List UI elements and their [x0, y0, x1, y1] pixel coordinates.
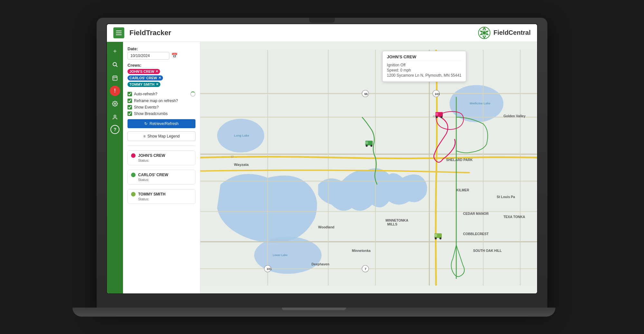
tooltip-line1: Ignition Off	[387, 63, 461, 67]
show-events-label: Show Events?	[134, 105, 159, 110]
crew-card-johns: JOHN'S CREW Status:	[128, 150, 195, 165]
svg-text:MINNETONKA: MINNETONKA	[385, 218, 408, 222]
crew-tag-tommy-remove[interactable]: ✕	[156, 82, 158, 86]
svg-text:TEXA TONKA: TEXA TONKA	[503, 215, 525, 219]
svg-point-9	[114, 103, 116, 104]
legend-icon: ≡	[143, 134, 146, 138]
crew-tag-johns-label: JOHN'S CREW	[129, 70, 154, 73]
crew-tag-tommy-label: TOMMY SMITH	[129, 82, 155, 86]
svg-point-53	[366, 145, 368, 147]
plus-icon-btn[interactable]: ＋	[109, 45, 121, 57]
app-title: FieldTracker	[129, 29, 171, 37]
svg-text:KILMER: KILMER	[456, 188, 469, 192]
svg-rect-52	[365, 141, 368, 144]
date-input[interactable]	[128, 52, 169, 60]
fieldcentral-logo: FieldCentral	[478, 26, 531, 39]
settings-icon-btn[interactable]	[109, 98, 121, 110]
svg-point-10	[114, 115, 116, 117]
svg-text:Minnetonka: Minnetonka	[352, 249, 371, 252]
auto-refresh-label: Auto-refresh?	[134, 92, 157, 96]
show-breadcrumbs-checkbox[interactable]	[128, 111, 132, 116]
svg-text:101: 101	[267, 267, 272, 271]
tooltip-line3: 1200 Sycamore Ln N, Plymouth, MN 55441	[387, 73, 461, 78]
fc-logo-text: FieldCentral	[493, 29, 531, 36]
fc-logo-icon	[478, 26, 491, 39]
crew-card-tommy-status: Status:	[138, 197, 192, 201]
svg-point-2	[113, 62, 117, 66]
crew-dot-johns	[131, 153, 136, 158]
divider	[128, 146, 195, 146]
control-panel: Date: 📅 Crews: JOHN'S CREW	[123, 42, 200, 293]
calendar-icon-btn[interactable]	[109, 72, 121, 84]
crews-tags: JOHN'S CREW ✕ CARLOS' CREW ✕ TOMMY SMITH…	[128, 69, 195, 87]
map-area[interactable]: Long Lake Medicine Lake	[200, 42, 537, 293]
menu-button[interactable]	[113, 27, 124, 38]
svg-text:7: 7	[365, 267, 366, 271]
sidebar-icons: ＋ ! ?	[107, 42, 123, 293]
crew-card-carlos-name: CARLOS' CREW	[138, 173, 168, 177]
show-map-legend-button[interactable]: ≡ Show Map Legend	[128, 131, 195, 141]
svg-rect-4	[113, 76, 117, 81]
calendar-picker-btn[interactable]: 📅	[171, 52, 178, 59]
svg-text:SOUTH OAK HILL: SOUTH OAK HILL	[473, 249, 502, 252]
svg-text:COBBLECREST: COBBLECREST	[463, 232, 489, 235]
svg-point-57	[435, 237, 437, 239]
retrieve-refresh-label: Retrieve/Refresh	[149, 121, 178, 126]
date-label: Date:	[128, 46, 195, 51]
svg-rect-48	[435, 113, 438, 115]
auto-refresh-checkbox[interactable]	[128, 92, 132, 96]
svg-text:Woodland: Woodland	[318, 225, 334, 229]
reframe-checkbox[interactable]	[128, 99, 132, 103]
tooltip-line2: Speed: 0 mph	[387, 68, 461, 72]
svg-text:Deephaven: Deephaven	[311, 262, 329, 266]
retrieve-refresh-button[interactable]: ↻ Retrieve/Refresh	[128, 119, 195, 128]
crew-card-tommy-name: TOMMY SMITH	[138, 192, 166, 196]
svg-text:Lower Lake: Lower Lake	[273, 253, 288, 256]
tooltip-title: JOHN'S CREW	[387, 54, 461, 61]
svg-point-49	[436, 116, 438, 118]
svg-rect-56	[434, 234, 437, 236]
svg-text:Wayzata: Wayzata	[234, 163, 249, 167]
crews-label: Crews:	[128, 63, 195, 68]
svg-point-1	[483, 31, 486, 34]
svg-text:Golden Valley: Golden Valley	[503, 114, 526, 118]
svg-point-50	[440, 116, 442, 118]
map-svg: Long Lake Medicine Lake	[200, 42, 537, 293]
svg-line-3	[116, 65, 117, 67]
show-breadcrumbs-label: Show Breadcrumbs	[134, 111, 168, 116]
crew-card-johns-name: JOHN'S CREW	[138, 153, 165, 158]
svg-text:12: 12	[231, 155, 234, 158]
crew-tag-johns-remove[interactable]: ✕	[156, 70, 158, 73]
svg-point-58	[440, 237, 441, 239]
help-icon-btn[interactable]: ?	[110, 125, 119, 134]
svg-text:55: 55	[364, 92, 367, 95]
svg-text:CEDAR MANOR: CEDAR MANOR	[463, 212, 489, 215]
crew-tag-carlos-remove[interactable]: ✕	[158, 76, 161, 80]
crew-card-tommy: TOMMY SMITH Status:	[128, 189, 195, 204]
crew-tag-carlos-label: CARLOS' CREW	[129, 76, 157, 80]
map-tooltip: JOHN'S CREW Ignition Off Speed: 0 mph 12…	[382, 51, 466, 82]
alert-icon-btn[interactable]: !	[110, 86, 120, 96]
reframe-label: Reframe map on refresh?	[134, 99, 178, 103]
crew-card-carlos-status: Status:	[138, 178, 192, 182]
show-map-legend-label: Show Map Legend	[147, 134, 180, 138]
crew-tag-tommy[interactable]: TOMMY SMITH ✕	[128, 82, 160, 87]
svg-text:St Louis Pa: St Louis Pa	[497, 195, 515, 198]
top-bar: FieldTracker	[107, 24, 537, 42]
options-group: Auto-refresh? Reframe map on refresh? Sh…	[128, 91, 195, 116]
search-icon-btn[interactable]	[109, 59, 121, 70]
svg-text:101: 101	[435, 92, 440, 95]
crew-tag-johns[interactable]: JOHN'S CREW ✕	[128, 69, 160, 74]
crew-tag-carlos[interactable]: CARLOS' CREW ✕	[128, 75, 163, 81]
crew-card-johns-status: Status:	[138, 158, 192, 162]
refresh-icon: ↻	[144, 121, 147, 126]
crew-dot-carlos	[131, 173, 136, 177]
crew-card-carlos: CARLOS' CREW Status:	[128, 170, 195, 185]
crew-dot-tommy	[131, 192, 136, 196]
svg-point-54	[370, 145, 372, 147]
refresh-spinner	[190, 91, 195, 97]
svg-text:Medicine Lake: Medicine Lake	[470, 101, 490, 105]
svg-text:SHELARD PARK: SHELARD PARK	[446, 158, 473, 161]
show-events-checkbox[interactable]	[128, 105, 132, 110]
user-icon-btn[interactable]	[109, 111, 121, 123]
